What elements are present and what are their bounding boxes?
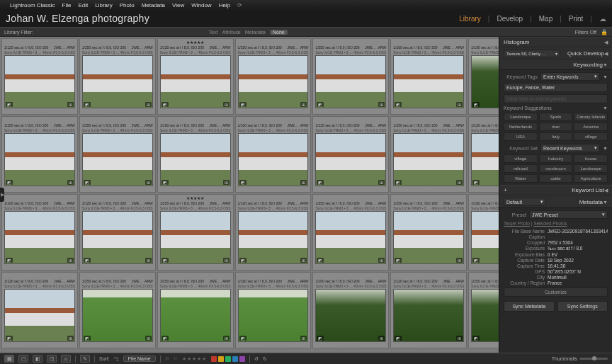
thumbnail-image[interactable]: ◩⊞	[471, 55, 499, 108]
cell-attribute-row[interactable]: · · · · · · ·	[391, 265, 466, 270]
grid-cell[interactable]: 1/120 sec at f / 8,0, ISO 200JWE… .ARWSo…	[235, 194, 312, 271]
cell-attribute-row[interactable]: · · · · · · ·	[236, 109, 311, 114]
badge-icon[interactable]: ◩	[162, 336, 169, 341]
thumbnail-image[interactable]: ◩⊞	[471, 211, 499, 264]
badge-icon[interactable]: ⊞	[300, 258, 307, 263]
filters-off-label[interactable]: Filters Off	[575, 30, 596, 35]
badge-icon[interactable]: ◩	[84, 336, 91, 341]
badge-icon[interactable]: ◩	[395, 102, 402, 107]
keyword-chip[interactable]: railroad	[504, 164, 538, 173]
grid-cell[interactable]: 1/160 sec at f / 8,0, ISO 200JWE… .ARWSo…	[468, 194, 499, 271]
badge-icon[interactable]: ◩	[162, 258, 169, 263]
badge-icon[interactable]: ◩	[317, 336, 324, 341]
rating-stars[interactable]: ★★★★★	[182, 356, 207, 362]
badge-icon[interactable]: ⊞	[378, 336, 385, 341]
thumbnail-image[interactable]: ◩⊞	[4, 211, 75, 264]
badge-icon[interactable]: ◩	[317, 258, 324, 263]
cell-attribute-row[interactable]: · · · · · · ·	[469, 265, 499, 270]
keyword-chip[interactable]: Italy	[539, 132, 573, 141]
keyword-chip[interactable]: Spain	[539, 113, 573, 121]
grid-cell[interactable]: ★★★★★1/250 sec at f / 8,0, ISO 200JWE… .…	[157, 194, 234, 271]
metadata-value[interactable]: 0 EV	[548, 252, 608, 257]
grid-cell[interactable]: 1/250 sec at f / 8,0, ISO 200JWE… .ARWSo…	[157, 272, 234, 348]
grid-cell[interactable]: 1/160 sec at f / 8,0, ISO 200JWE… .ARWSo…	[157, 116, 234, 193]
badge-icon[interactable]: ◩	[6, 102, 13, 107]
color-swatch[interactable]	[232, 356, 238, 362]
panel-keyword-list[interactable]: + Keyword List◀	[499, 185, 612, 195]
keyword-chip[interactable]: house	[574, 154, 608, 163]
grid-cell[interactable]: 1/120 sec at f / 8,0, ISO 200JWE… .ARWSo…	[312, 116, 389, 193]
panel-keywording[interactable]: Keywording▼	[499, 59, 612, 70]
keyword-chip[interactable]: village	[504, 154, 538, 163]
badge-icon[interactable]: ◩	[84, 180, 91, 185]
badge-icon[interactable]: ⊞	[456, 258, 463, 263]
badge-icon[interactable]: ⊞	[145, 180, 152, 185]
metadata-value[interactable]: ¹⁄₁₆₀ sec at f / 8,0	[548, 246, 608, 251]
thumbnail-image[interactable]: ◩⊞	[238, 289, 309, 342]
cell-attribute-row[interactable]: · · · · · · ·	[2, 187, 77, 192]
grid-cell[interactable]: 1/100 sec at f / 8,0, ISO 200JWE… .ARWSo…	[312, 272, 389, 348]
grid-cell[interactable]: 1/250 sec at f / 8,0, ISO 200JWE… .ARWSo…	[79, 38, 156, 115]
thumbnail-image[interactable]: ◩⊞	[393, 55, 464, 108]
badge-icon[interactable]: ◩	[84, 102, 91, 107]
filter-tab-none[interactable]: None	[270, 30, 288, 35]
cell-attribute-row[interactable]: · · · · · · ·	[80, 343, 155, 348]
qd-preset-select[interactable]: Texture 50, Clarity …▾	[504, 50, 560, 57]
badge-icon[interactable]: ◩	[395, 336, 402, 341]
badge-icon[interactable]: ⊞	[378, 102, 385, 107]
cell-attribute-row[interactable]: · · · · · · ·	[80, 187, 155, 192]
metadata-preset-select[interactable]: JWE Preset▾	[529, 210, 608, 219]
thumbnail-size-slider[interactable]	[579, 358, 608, 360]
badge-icon[interactable]: ⊞	[378, 180, 385, 185]
badge-icon[interactable]: ⊞	[67, 180, 74, 185]
badge-icon[interactable]: ⊞	[67, 258, 74, 263]
cell-attribute-row[interactable]: · · · · · · ·	[158, 265, 233, 270]
sync-settings-button[interactable]: Sync Settings	[557, 301, 608, 312]
grid-cell[interactable]: 1/160 sec at f / 8,0, ISO 200JWE… .ARWSo…	[390, 38, 467, 115]
grid-cell[interactable]: 1/250 sec at f / 8,0, ISO 200JWE… .ARWSo…	[79, 272, 156, 348]
module-develop[interactable]: Develop	[497, 15, 523, 23]
panel-histogram[interactable]: Histogram◀	[499, 37, 612, 47]
cell-attribute-row[interactable]: · · · · · · ·	[391, 343, 466, 348]
badge-icon[interactable]: ⊞	[223, 180, 230, 185]
thumbnail-image[interactable]: ◩⊞	[238, 133, 309, 186]
loupe-view-button[interactable]: ▢	[18, 355, 28, 363]
badge-icon[interactable]: ◩	[472, 336, 480, 341]
keyword-chip[interactable]: mushroom	[539, 164, 573, 173]
menubar-photo[interactable]: Photo	[120, 2, 135, 8]
thumbnail-image[interactable]: ◩⊞	[315, 55, 386, 108]
menubar-edit[interactable]: Edit	[78, 2, 88, 8]
keyword-set-mode[interactable]: Recent Keywords▾	[540, 144, 600, 152]
grid-view[interactable]: ▶ 1/120 sec at f / 8,0, ISO 200JWE… .ARW…	[0, 37, 499, 353]
cell-attribute-row[interactable]: · · · · · · ·	[469, 187, 499, 192]
grid-cell[interactable]: 1/250 sec at f / 8,0, ISO 200JWE… .ARWSo…	[235, 38, 312, 115]
keyword-set-collapse-icon[interactable]: ▼	[603, 146, 608, 151]
grid-cell[interactable]: 1/250 sec at f / 8,0, ISO 200JWE… .ARWSo…	[312, 38, 389, 115]
menubar-metadata[interactable]: Metadata	[142, 2, 165, 8]
keyword-chip[interactable]: Water	[504, 174, 538, 183]
menubar-help[interactable]: Help	[219, 2, 230, 8]
thumbnail-image[interactable]: ◩⊞	[315, 211, 386, 264]
cell-attribute-row[interactable]: · · · · · · ·	[313, 265, 388, 270]
color-swatch[interactable]	[218, 356, 224, 362]
badge-icon[interactable]: ⊞	[378, 258, 385, 263]
menubar-library[interactable]: Library	[95, 2, 112, 8]
keyword-chip[interactable]: Industry	[539, 154, 573, 163]
sort-select[interactable]: File Name	[123, 356, 156, 362]
flag-pick-icon[interactable]: ⚐	[165, 356, 169, 362]
metadata-value[interactable]: JWED-20220918T641303414	[548, 229, 608, 234]
badge-icon[interactable]: ◩	[84, 258, 91, 263]
badge-icon[interactable]: ⊞	[145, 258, 152, 263]
badge-icon[interactable]: ⊞	[456, 336, 463, 341]
grid-cell[interactable]: 1/250 sec at f / 8,0, ISO 200JWE… .ARWSo…	[390, 116, 467, 193]
thumbnail-image[interactable]: ◩⊞	[315, 133, 386, 186]
keyword-chip[interactable]: river	[539, 123, 573, 131]
cell-attribute-row[interactable]: · · · · · · ·	[236, 187, 311, 192]
badge-icon[interactable]: ◩	[395, 180, 402, 185]
thumbnail-image[interactable]: ◩⊞	[160, 211, 231, 264]
keyword-tags-field[interactable]: Europe, Fance, Water	[504, 83, 608, 92]
thumbnail-image[interactable]: ◩⊞	[160, 289, 231, 342]
badge-icon[interactable]: ◩	[162, 180, 169, 185]
people-view-button[interactable]: ☺	[61, 355, 71, 363]
grid-cell[interactable]: 1/120 sec at f / 8,0, ISO 200JWE… .ARWSo…	[390, 272, 467, 348]
